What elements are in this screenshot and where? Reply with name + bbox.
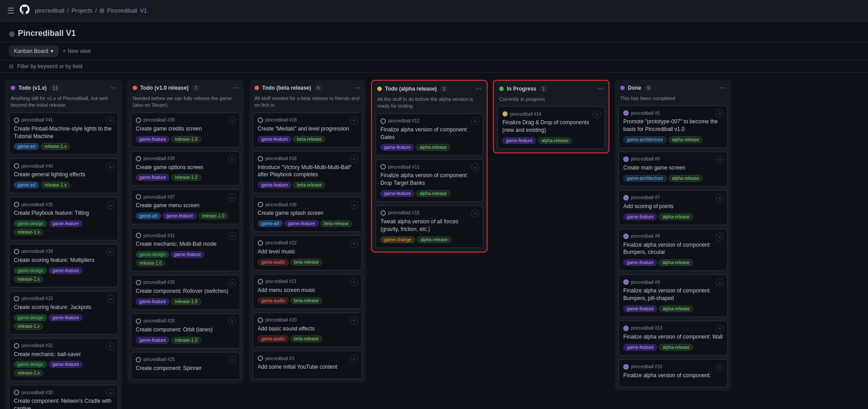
- card-13[interactable]: ○pincrediball #13Finalize alpha version …: [618, 321, 728, 356]
- card-14[interactable]: ○pincrediball #14Finalize Drag & Drop of…: [497, 106, 605, 149]
- breadcrumb-org-link[interactable]: pincrediball: [35, 7, 65, 14]
- card-status-button-38[interactable]: ○: [228, 155, 236, 163]
- card-status-button-8[interactable]: ○: [716, 233, 724, 241]
- card-status-button-36[interactable]: ○: [350, 201, 358, 209]
- column-dot-in-progress: [499, 87, 504, 91]
- tag-alpha-release-7: alpha-release: [659, 213, 693, 220]
- card-meta-text-32: pincrediball #32: [22, 343, 53, 348]
- card-30[interactable]: ○pincrediball #30Create component: Netwo…: [9, 385, 118, 409]
- card-status-button-9[interactable]: ○: [716, 278, 724, 287]
- card-status-button-26[interactable]: ○: [228, 318, 236, 326]
- tag-release-10-37: release-1.0: [199, 213, 228, 219]
- card-status-button-30[interactable]: ○: [106, 389, 114, 397]
- column-menu-todo-v10[interactable]: ···: [233, 84, 238, 91]
- card-16[interactable]: ○pincrediball #16Introduce "Victory Mult…: [253, 151, 362, 194]
- card-status-button-12[interactable]: ○: [471, 117, 479, 126]
- card-status-button-21[interactable]: ○: [350, 278, 358, 286]
- card-status-button-35[interactable]: ○: [106, 201, 114, 209]
- card-status-button-40[interactable]: ○: [106, 162, 114, 170]
- card-meta-text-8: pincrediball #8: [631, 234, 660, 239]
- card-status-button-3[interactable]: ○: [350, 355, 358, 363]
- card-status-button-14[interactable]: ○: [593, 110, 601, 118]
- card-meta-text-36: pincrediball #36: [265, 202, 297, 207]
- card-9[interactable]: ○pincrediball #9Finalize alpha version o…: [618, 274, 728, 317]
- card-28[interactable]: ○pincrediball #28Create component: Rollo…: [131, 275, 240, 310]
- card-status-button-18[interactable]: ○: [350, 117, 358, 125]
- card-8[interactable]: ○pincrediball #8Finalize alpha version o…: [618, 229, 728, 271]
- card-status-button-37[interactable]: ○: [228, 193, 236, 201]
- column-menu-done[interactable]: ···: [720, 84, 726, 91]
- card-21[interactable]: ○pincrediball #21Add menu screen musicga…: [253, 274, 362, 309]
- card-status-button-5[interactable]: ○: [716, 109, 724, 117]
- new-view-button[interactable]: + New view: [63, 48, 91, 54]
- card-41[interactable]: ○pincrediball #41Create Pinball-Machine-…: [9, 113, 118, 155]
- card-25[interactable]: ○pincrediball #25Create component: Spinn…: [131, 352, 240, 380]
- card-7[interactable]: ○pincrediball #7Add scoring of pointsgam…: [618, 190, 728, 225]
- hamburger-menu-icon[interactable]: ☰: [7, 6, 14, 16]
- column-menu-todo-v1x[interactable]: ···: [111, 84, 117, 91]
- column-menu-todo-beta[interactable]: ···: [354, 84, 360, 91]
- card-status-button-22[interactable]: ○: [350, 239, 358, 248]
- tag-game-feature-32: game-feature: [49, 361, 82, 368]
- card-meta-text-30: pincrediball #30: [22, 390, 53, 395]
- column-menu-in-progress[interactable]: ···: [597, 85, 603, 92]
- card-12[interactable]: ○pincrediball #12Finalize alpha version …: [376, 113, 483, 156]
- card-40[interactable]: ○pincrediball #40Create general lighting…: [9, 158, 118, 193]
- card-status-button-6[interactable]: ○: [716, 156, 724, 164]
- card-status-button-13[interactable]: ○: [716, 325, 724, 333]
- card-title-9: Finalize alpha version of component: Bum…: [623, 287, 723, 302]
- card-3[interactable]: ○pincrediball #3Add some initial YouTube…: [253, 351, 362, 379]
- card-20[interactable]: ○pincrediball #20Add basic sound effects…: [253, 313, 362, 348]
- card-status-button-33[interactable]: ○: [106, 295, 114, 303]
- card-status-button-7[interactable]: ○: [716, 194, 724, 202]
- card-10[interactable]: ○pincrediball #10Finalize alpha version …: [618, 359, 728, 387]
- card-status-button-34[interactable]: ○: [106, 248, 114, 256]
- card-status-button-31[interactable]: ○: [228, 232, 236, 240]
- breadcrumb: pincrediball / Projects / ⊞ Pincrediball…: [35, 7, 147, 14]
- card-status-icon-34: [14, 249, 19, 254]
- card-status-icon-6: [623, 157, 629, 162]
- tag-alpha-release-14: alpha-release: [538, 137, 572, 144]
- tag-beta-release-16: beta-release: [293, 182, 325, 188]
- card-status-button-25[interactable]: ○: [228, 356, 236, 364]
- dropdown-icon: ▾: [51, 48, 53, 54]
- card-6[interactable]: ○pincrediball #6Create main game screeng…: [618, 152, 728, 187]
- card-38[interactable]: ○pincrediball #38Create game options scr…: [131, 151, 240, 186]
- kanban-board-view-button[interactable]: Kanban Board ▾: [9, 46, 58, 57]
- card-status-icon-25: [136, 357, 141, 362]
- card-status-button-28[interactable]: ○: [228, 279, 236, 287]
- card-status-button-32[interactable]: ○: [106, 342, 114, 350]
- tag-release-10-39: release-1.0: [171, 136, 201, 143]
- tag-release-1x-34: release-1.x: [14, 276, 43, 283]
- card-22[interactable]: ○pincrediball #22Add level musicgame-aud…: [253, 235, 362, 270]
- card-33[interactable]: ○pincrediball #33Create scoring feature:…: [9, 291, 118, 335]
- card-title-40: Create general lighting effects: [14, 171, 113, 178]
- column-cards-done: ○pincrediball #5Promote "prototype-007" …: [615, 105, 731, 391]
- card-title-10: Finalize alpha version of component:: [623, 372, 723, 379]
- card-5[interactable]: ○pincrediball #5Promote "prototype-007" …: [618, 105, 728, 148]
- card-32[interactable]: ○pincrediball #32Create mechanic: ball-s…: [9, 338, 118, 382]
- card-status-button-16[interactable]: ○: [350, 155, 358, 163]
- column-menu-todo-alpha[interactable]: ···: [475, 85, 481, 92]
- card-title-37: Create game menu screen: [136, 202, 235, 209]
- card-status-button-10[interactable]: ○: [716, 363, 724, 371]
- card-37[interactable]: ○pincrediball #37Create game menu screen…: [131, 189, 240, 224]
- card-meta-text-9: pincrediball #9: [631, 280, 660, 285]
- card-meta-text-41: pincrediball #41: [22, 117, 53, 122]
- card-18[interactable]: ○pincrediball #18Create "Medals" and lev…: [253, 113, 362, 148]
- card-status-button-15[interactable]: ○: [471, 209, 479, 218]
- toolbar: Kanban Board ▾ + New view: [0, 42, 868, 61]
- card-34[interactable]: ○pincrediball #34Create scoring feature:…: [9, 244, 118, 287]
- card-status-button-20[interactable]: ○: [350, 317, 358, 325]
- card-36[interactable]: ○pincrediball #36Create game splash scre…: [253, 197, 362, 232]
- card-31[interactable]: ○pincrediball #31Create mechanic: Multi-…: [131, 228, 240, 271]
- card-39[interactable]: ○pincrediball #39Create game credits scr…: [131, 113, 240, 148]
- breadcrumb-projects-link[interactable]: Projects: [71, 7, 92, 14]
- card-11[interactable]: ○pincrediball #11Finalize alpha version …: [376, 159, 483, 202]
- card-status-button-39[interactable]: ○: [228, 117, 236, 125]
- card-status-button-41[interactable]: ○: [106, 117, 114, 125]
- card-status-button-11[interactable]: ○: [471, 163, 479, 171]
- card-35[interactable]: ○pincrediball #35Create Playbook feature…: [9, 197, 118, 240]
- card-15[interactable]: ○pincrediball #15Tweak alpha version of …: [376, 205, 483, 248]
- card-26[interactable]: ○pincrediball #26Create component: Orbit…: [131, 313, 240, 348]
